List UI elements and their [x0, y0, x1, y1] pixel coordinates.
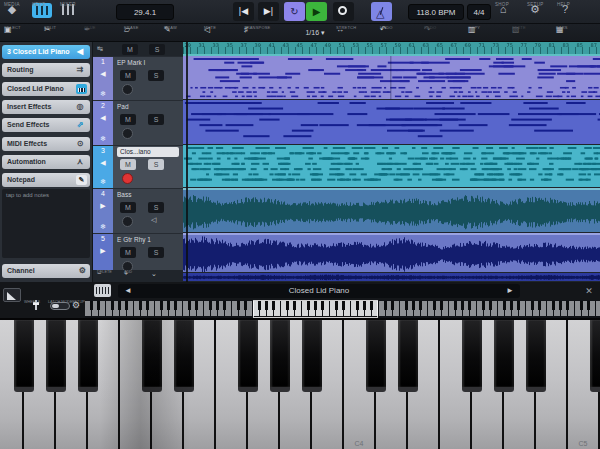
latch-control[interactable]: LATCH MODE [48, 300, 74, 318]
tool-mute-button[interactable]: ◁MUTE [204, 25, 238, 41]
playhead[interactable] [186, 42, 188, 282]
keys-label: KEYS [32, 2, 45, 7]
time-signature-display: 4/4 [467, 4, 491, 20]
track-name: E Gtr Rhy 1 [117, 235, 179, 245]
shop-button[interactable]: ⌂ SHOP [495, 1, 521, 23]
global-solo-button[interactable]: S [149, 44, 165, 55]
collapse-panel-button[interactable] [3, 288, 21, 302]
mute-button[interactable]: M [120, 247, 136, 258]
record-arm-button[interactable] [122, 128, 133, 139]
audio-region[interactable] [183, 188, 600, 232]
play-icon: ▶ [93, 202, 113, 210]
tool-stretch-button[interactable]: ↔STRETCH [336, 25, 370, 41]
inspector-item-midi-effects[interactable]: MIDI Effects⊙ [2, 137, 90, 151]
mute-button[interactable]: M [120, 114, 136, 125]
notepad-placeholder: tap to add notes [6, 192, 49, 198]
midi-region[interactable] [183, 100, 600, 144]
add-track-button[interactable]: +ADD [124, 270, 148, 282]
black-key-Ds3[interactable] [174, 320, 194, 392]
solo-button[interactable]: S [148, 70, 164, 81]
media-button[interactable]: ◆ MEDIA [4, 1, 30, 23]
tool-transpose-button[interactable]: ♯TRANSPOSE [244, 25, 278, 41]
track-row-3[interactable]: 3◀❄Clos...ianoMS [93, 146, 183, 188]
grid-value-dropdown[interactable]: 1/16 ▾ [300, 27, 330, 39]
black-key-Cs4[interactable] [366, 320, 386, 392]
inspector-item-insert-effects[interactable]: Insert Effects◎ [2, 100, 90, 114]
solo-button[interactable]: S [148, 247, 164, 258]
mute-button[interactable]: M [120, 70, 136, 81]
follow-playhead-icon[interactable]: ↹ [97, 45, 103, 53]
keys-button[interactable]: KEYS [32, 1, 58, 23]
mute-button[interactable]: M [120, 159, 136, 170]
solo-button[interactable]: S [148, 202, 164, 213]
go-to-start-button[interactable]: |◀ [233, 2, 254, 21]
solo-button[interactable]: S [148, 159, 164, 170]
tool-copy-button[interactable]: ▥COPY [468, 25, 502, 41]
record-arm-button[interactable] [122, 173, 133, 184]
inspector-item-routing[interactable]: Routing⇉ [2, 63, 90, 77]
delete-track-button[interactable]: −DELETE [97, 270, 121, 282]
bar-ruler[interactable] [183, 42, 600, 56]
collapse-track-button[interactable]: ⌄ [151, 270, 175, 282]
black-key-Fs4[interactable] [462, 320, 482, 392]
record-arm-button[interactable] [122, 84, 133, 95]
cycle-loop-button[interactable]: ↻ [284, 2, 305, 21]
midi-region[interactable] [183, 145, 600, 187]
mute-button[interactable]: M [120, 202, 136, 213]
tempo-display: 118.0 BPM [408, 4, 464, 20]
keyboard-overview-strip[interactable] [85, 300, 600, 318]
black-key-As3[interactable] [302, 320, 322, 392]
monitor-icon[interactable]: ◁ [151, 216, 156, 224]
tool-bars-button[interactable]: ▦BARS [556, 25, 590, 41]
audio-region[interactable] [183, 273, 600, 281]
wheels-control[interactable]: WHEELS [24, 300, 50, 318]
track-row-4[interactable]: 4▶❄BassMS◁ [93, 189, 183, 233]
mixer-button[interactable]: MIXER [60, 1, 86, 23]
tool-split-button[interactable]: ✂SPLIT [44, 25, 78, 41]
speaker-icon: ◀ [93, 70, 113, 78]
black-key-Gs4[interactable] [494, 320, 514, 392]
solo-button[interactable]: S [148, 114, 164, 125]
black-key-Fs2[interactable] [14, 320, 34, 392]
help-button[interactable]: ? HELP [557, 1, 583, 23]
tool-paste-button[interactable]: ▧PASTE [512, 25, 546, 41]
inspector-item-automation[interactable]: Automation⋏ [2, 155, 90, 169]
black-key-Gs3[interactable] [270, 320, 290, 392]
play-button[interactable]: ▶ [306, 2, 327, 21]
top-toolbar: ◆ MEDIA KEYS MIXER 29.4.1 |◀ ▶| ↻ ▶ △ 11… [0, 0, 600, 24]
go-to-end-button[interactable]: ▶| [258, 2, 279, 21]
track-row-2[interactable]: 2◀❄PadMS [93, 101, 183, 145]
tool-undo-button[interactable]: ↶UNDO [380, 25, 414, 41]
global-mute-button[interactable]: M [122, 44, 138, 55]
notepad-content[interactable]: tap to add notes [2, 189, 90, 258]
tool-select-button[interactable]: ▣SELECT [4, 25, 38, 41]
black-key-Gs2[interactable] [46, 320, 66, 392]
inspector-item-send-effects[interactable]: Send Effects⇗ [2, 118, 90, 132]
midi-region[interactable] [183, 56, 600, 99]
black-key-Ds4[interactable] [398, 320, 418, 392]
track-row-1[interactable]: 1◀❄EP Mark IMS [93, 57, 183, 100]
audio-region[interactable] [183, 233, 600, 272]
black-key-Fs3[interactable] [238, 320, 258, 392]
record-button[interactable] [333, 2, 354, 21]
setup-button[interactable]: ⚙ SETUP [527, 1, 553, 23]
triangle-icon [7, 292, 16, 300]
close-icon[interactable]: ✕ [582, 285, 596, 297]
tool-draw-button[interactable]: ✎DRAW [164, 25, 198, 41]
track-row-5[interactable]: 5▶E Gtr Rhy 1MS [93, 234, 183, 271]
record-arm-button[interactable] [122, 216, 133, 227]
tool-redo-button[interactable]: ↷REDO [424, 25, 458, 41]
inspector-item-instrument[interactable]: Closed Lid Piano [2, 82, 90, 96]
next-instrument-button[interactable]: ► [506, 284, 514, 298]
keyboard-icon[interactable] [94, 284, 111, 297]
black-key-As2[interactable] [78, 320, 98, 392]
black-key-Cs3[interactable] [142, 320, 162, 392]
black-key-Cs5[interactable] [590, 320, 600, 392]
black-key-As4[interactable] [526, 320, 546, 392]
tool-erase-button[interactable]: ▱ERASE [124, 25, 158, 41]
channel-button[interactable]: Channel ⚙ [2, 264, 90, 278]
metronome-button[interactable]: △ [371, 2, 392, 21]
inspector-item-notepad[interactable]: Notepad✎ [2, 173, 90, 187]
tool-glue-button[interactable]: ✒GLUE [84, 25, 118, 41]
inspector-item-track-title[interactable]: 3 Closed Lid Piano◀ [2, 45, 90, 59]
